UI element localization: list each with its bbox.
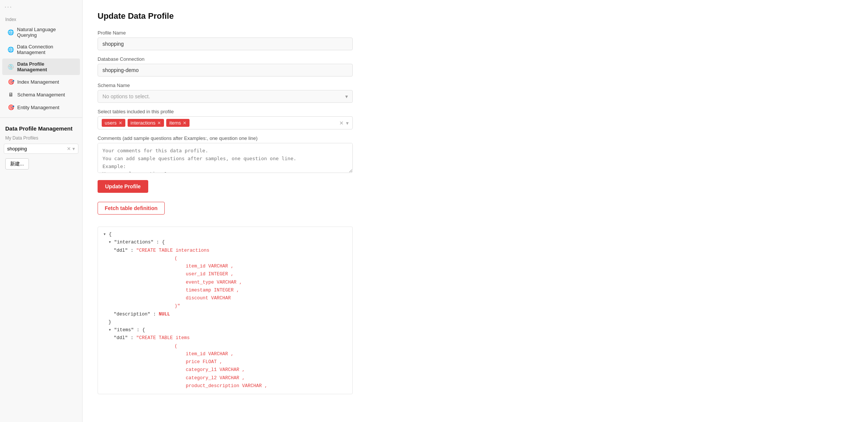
disc-icon: 💿	[8, 63, 14, 70]
json-items-item-id: item_id VARCHAR ,	[103, 350, 347, 358]
db-connection-group: Database Connection	[98, 56, 853, 77]
sidebar-section-title: Data Profile Management	[0, 122, 82, 134]
json-ddl-user-id: user_id INTEGER ,	[103, 270, 347, 278]
profile-select-value: shopping	[7, 146, 27, 152]
schema-name-placeholder: No options to select.	[102, 93, 150, 99]
sidebar-item-label: Natural Language Querying	[17, 27, 75, 38]
target-icon-2: 🎯	[8, 104, 14, 111]
comments-textarea[interactable]	[98, 143, 353, 173]
tags-icons: ✕ ▾	[339, 120, 349, 126]
globe-icon-2: 🌐	[8, 46, 14, 53]
sidebar-item-label: Data Profile Management	[17, 61, 75, 72]
db-connection-input[interactable]	[98, 64, 353, 77]
profile-name-group: Profile Name	[98, 30, 853, 50]
sidebar-item-label: Index Management	[17, 79, 59, 85]
json-ddl-event-type: event_type VARCHAR ,	[103, 279, 347, 287]
json-items-key: ▾ "items" : {	[103, 326, 347, 334]
profile-name-label: Profile Name	[98, 30, 853, 36]
comments-group: Comments (add sample questions after Exa…	[98, 135, 853, 174]
globe-icon: 🌐	[8, 29, 14, 36]
new-profile-button[interactable]: 新建...	[5, 158, 29, 170]
collapse-root[interactable]: ▾	[103, 232, 106, 237]
json-items-product-desc: product_description VARCHAR ,	[103, 382, 347, 390]
json-ddl-open-paren: (	[103, 255, 347, 263]
tag-items-close[interactable]: ✕	[183, 120, 187, 126]
collapse-items[interactable]: ▾	[108, 327, 111, 333]
schema-name-group: Schema Name No options to select. ▾	[98, 83, 853, 103]
tag-users[interactable]: users ✕	[102, 119, 125, 127]
json-interactions-description: "description" : NULL	[103, 311, 347, 318]
json-viewer: ▾ { ▾ "interactions" : { "ddl" : "CREATE…	[98, 227, 353, 394]
schema-name-select[interactable]: No options to select. ▾	[98, 90, 353, 103]
json-root-open: ▾ {	[103, 231, 347, 239]
tag-items-label: items	[169, 120, 181, 126]
update-profile-button[interactable]: Update Profile	[98, 180, 148, 193]
json-items-ddl-key: "ddl" : "CREATE TABLE items	[103, 334, 347, 342]
schema-name-label: Schema Name	[98, 83, 853, 88]
json-interactions-ddl-key: "ddl" : "CREATE TABLE interactions	[103, 247, 347, 255]
tag-users-close[interactable]: ✕	[119, 120, 122, 126]
tables-label: Select tables included in this profile	[98, 109, 853, 114]
tags-container: users ✕ interactions ✕ items ✕ ✕ ▾	[98, 116, 353, 129]
my-profiles-label: My Data Profiles	[0, 134, 82, 142]
clear-icon[interactable]: ✕	[67, 146, 71, 152]
sidebar-item-label: Entity Management	[17, 105, 59, 110]
fetch-btn-row: Fetch table definition	[98, 202, 853, 221]
tags-clear-icon[interactable]: ✕	[339, 120, 344, 126]
sidebar-item-index-management[interactable]: 🎯 Index Management	[2, 76, 80, 88]
json-items-price: price FLOAT ,	[103, 358, 347, 366]
tag-items[interactable]: items ✕	[166, 119, 190, 127]
index-label: Index	[0, 14, 82, 24]
sidebar-item-label: Data Connection Management	[17, 44, 75, 55]
chevron-down-icon[interactable]: ▾	[72, 146, 75, 152]
page-title: Update Data Profile	[98, 11, 853, 21]
sidebar-item-natural-language[interactable]: 🌐 Natural Language Querying	[2, 24, 80, 41]
main-content: Update Data Profile Profile Name Databas…	[83, 0, 868, 422]
json-items-open-paren: (	[103, 342, 347, 350]
json-items-cat-l2: category_l2 VARCHAR ,	[103, 374, 347, 382]
sidebar-item-data-connection[interactable]: 🌐 Data Connection Management	[2, 41, 80, 58]
json-ddl-item-id: item_id VARCHAR ,	[103, 263, 347, 270]
db-connection-label: Database Connection	[98, 56, 853, 62]
tag-users-label: users	[105, 120, 117, 126]
update-btn-row: Update Profile	[98, 180, 853, 197]
sidebar-item-entity-management[interactable]: 🎯 Entity Management	[2, 101, 80, 113]
sidebar-item-data-profile[interactable]: 💿 Data Profile Management	[2, 59, 80, 75]
tag-interactions-close[interactable]: ✕	[157, 120, 161, 126]
tags-chevron-icon[interactable]: ▾	[346, 120, 349, 126]
json-interactions-key: ▾ "interactions" : {	[103, 239, 347, 246]
json-ddl-close-paren: )"	[103, 302, 347, 310]
fetch-table-definition-button[interactable]: Fetch table definition	[98, 202, 165, 215]
sidebar-divider	[0, 117, 82, 118]
monitor-icon: 🖥	[8, 91, 14, 98]
sidebar: ··· Index 🌐 Natural Language Querying 🌐 …	[0, 0, 83, 422]
profile-select-row: shopping ✕ ▾	[0, 142, 82, 155]
tag-interactions-label: interactions	[131, 120, 155, 126]
profile-select-box[interactable]: shopping ✕ ▾	[4, 144, 78, 154]
target-icon: 🎯	[8, 78, 14, 85]
json-ddl-timestamp: timestamp INTEGER ,	[103, 287, 347, 294]
profile-select-icons: ✕ ▾	[67, 146, 75, 152]
tag-interactions[interactable]: interactions ✕	[128, 119, 164, 127]
tables-group: Select tables included in this profile u…	[98, 109, 853, 129]
json-ddl-discount: discount VARCHAR	[103, 294, 347, 302]
comments-label: Comments (add sample questions after Exa…	[98, 135, 853, 141]
json-interactions-close: }	[103, 318, 347, 326]
sidebar-item-schema-management[interactable]: 🖥 Schema Management	[2, 89, 80, 101]
collapse-interactions[interactable]: ▾	[108, 240, 111, 245]
profile-name-input[interactable]	[98, 38, 353, 50]
sidebar-dots: ···	[0, 0, 82, 14]
json-items-cat-l1: category_l1 VARCHAR ,	[103, 366, 347, 374]
sidebar-item-label: Schema Management	[17, 92, 65, 98]
schema-chevron-icon: ▾	[345, 93, 348, 99]
